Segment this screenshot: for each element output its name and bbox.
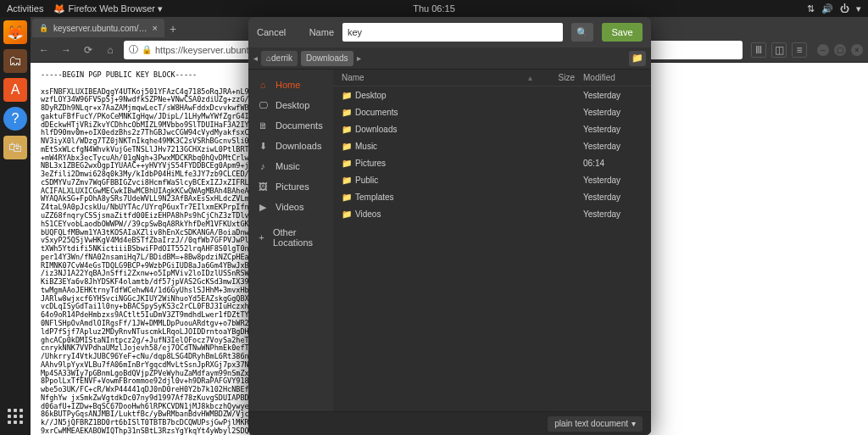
sidebar-item-downloads[interactable]: ⬇Downloads	[248, 136, 333, 156]
file-name: Downloads	[355, 125, 532, 134]
folder-icon: ⌂	[257, 80, 269, 90]
places-sidebar: ⌂Home🖵Desktop🗎Documents⬇Downloads♪Music🖼…	[248, 70, 333, 411]
folder-icon: 📁	[342, 125, 355, 134]
tab-title: keyserver.ubuntu.com/…	[53, 24, 147, 33]
gnome-topbar: Activities 🦊 Firefox Web Browser ▾ Thu 0…	[0, 0, 868, 17]
sidebar-item-videos[interactable]: ▶Videos	[248, 197, 333, 217]
file-type-selector[interactable]: plain text document ▾	[548, 416, 643, 432]
file-modified: Yesterday	[575, 192, 643, 202]
minimize-button[interactable]: –	[817, 44, 829, 56]
sound-icon[interactable]: 🔊	[821, 3, 833, 14]
file-row[interactable]: 📁DesktopYesterday	[333, 86, 651, 103]
file-row[interactable]: 📁TemplatesYesterday	[333, 188, 651, 205]
folder-icon: 📁	[342, 159, 355, 168]
app-menu[interactable]: 🦊 Firefox Web Browser ▾	[53, 3, 163, 14]
path-folder[interactable]: Downloads	[301, 51, 353, 66]
power-icon[interactable]: ⏻	[840, 3, 849, 14]
folder-icon: 🖵	[257, 100, 269, 110]
chevron-down-icon: ▾	[632, 419, 636, 428]
system-menu-chevron-icon[interactable]: ▾	[856, 3, 861, 14]
dock-help[interactable]: ?	[3, 107, 27, 131]
file-name: Templates	[355, 192, 532, 202]
file-row[interactable]: 📁PublicYesterday	[333, 171, 651, 188]
dock-software[interactable]: A	[3, 78, 27, 102]
file-modified: Yesterday	[575, 125, 643, 134]
file-name: Pictures	[355, 159, 532, 168]
dock-files[interactable]: 🗂	[3, 49, 27, 73]
sidebar-item-other-locations[interactable]: +Other Locations	[248, 227, 333, 248]
file-name: Documents	[355, 108, 532, 117]
file-modified: Yesterday	[575, 209, 643, 219]
file-modified: Yesterday	[575, 142, 643, 151]
dock-amazon[interactable]: 🛍	[3, 136, 27, 159]
path-forward-icon[interactable]: ▸	[357, 53, 361, 63]
activities-button[interactable]: Activities	[7, 3, 43, 14]
search-button[interactable]: 🔍	[571, 23, 593, 42]
menu-icon[interactable]: ≡	[792, 42, 807, 58]
sidebar-item-label: Downloads	[275, 141, 321, 151]
tab-close-icon[interactable]: ×	[153, 23, 158, 33]
sidebar-item-music[interactable]: ♪Music	[248, 156, 333, 176]
folder-icon: ⬇	[257, 141, 269, 152]
sidebar-icon[interactable]: ◫	[771, 42, 787, 58]
filename-input[interactable]	[342, 23, 563, 42]
folder-icon: 🖼	[257, 181, 269, 192]
file-row[interactable]: 📁Pictures06:14	[333, 154, 651, 171]
folder-icon: 📁	[342, 176, 355, 185]
create-folder-button[interactable]: 📁	[629, 51, 646, 66]
file-modified: Yesterday	[575, 108, 643, 117]
browser-tab[interactable]: 🔒 keyserver.ubuntu.com/… ×	[32, 19, 164, 37]
column-name[interactable]: Name	[342, 73, 528, 82]
name-label: Name	[309, 27, 334, 37]
file-row[interactable]: 📁VideosYesterday	[333, 205, 651, 222]
folder-icon: ▶	[257, 202, 269, 213]
cancel-button[interactable]: Cancel	[257, 27, 286, 37]
file-name: Videos	[355, 209, 532, 219]
file-row[interactable]: 📁DocumentsYesterday	[333, 103, 651, 120]
info-icon[interactable]: ⓘ	[129, 43, 138, 56]
save-button[interactable]: Save	[602, 23, 643, 42]
close-button[interactable]: ×	[851, 44, 863, 56]
sidebar-item-desktop[interactable]: 🖵Desktop	[248, 95, 333, 115]
ubuntu-dock: 🦊 🗂 A ? 🛍	[0, 17, 31, 435]
dialog-header: Cancel Name 🔍 Save	[248, 17, 651, 47]
path-back-icon[interactable]: ◂	[253, 53, 258, 63]
column-modified[interactable]: Modified	[575, 73, 643, 82]
sidebar-item-documents[interactable]: 🗎Documents	[248, 115, 333, 136]
home-button[interactable]: ⌂	[102, 42, 119, 59]
file-modified: Yesterday	[575, 91, 643, 100]
folder-icon: +	[257, 232, 266, 243]
file-list-header: Name ▴ Size Modified	[333, 70, 651, 86]
file-save-dialog: Cancel Name 🔍 Save ◂ ⌂ derrik Downloads …	[248, 17, 651, 435]
sidebar-item-label: Pictures	[275, 181, 309, 192]
sidebar-item-label: Documents	[275, 120, 323, 131]
network-icon[interactable]: ⇅	[807, 3, 815, 14]
sidebar-item-pictures[interactable]: 🖼Pictures	[248, 176, 333, 197]
file-name: Music	[355, 142, 532, 151]
file-row[interactable]: 📁DownloadsYesterday	[333, 120, 651, 137]
lock-icon: 🔒	[39, 24, 48, 32]
dock-firefox[interactable]: 🦊	[3, 20, 27, 44]
folder-icon: 📁	[342, 209, 355, 219]
library-icon[interactable]: Ⅲ	[751, 42, 766, 58]
maximize-button[interactable]: ▢	[834, 44, 846, 56]
path-home[interactable]: ⌂ derrik	[261, 51, 298, 66]
new-tab-button[interactable]: +	[164, 20, 181, 37]
sidebar-item-label: Home	[275, 80, 300, 90]
file-name: Desktop	[355, 91, 532, 100]
forward-button[interactable]: →	[58, 42, 75, 59]
back-button[interactable]: ←	[36, 42, 53, 59]
folder-icon: 📁	[342, 108, 355, 117]
file-modified: Yesterday	[575, 176, 643, 185]
folder-icon: 📁	[342, 142, 355, 151]
clock[interactable]: Thu 06:15	[413, 3, 455, 14]
sidebar-item-label: Desktop	[275, 100, 309, 110]
file-row[interactable]: 📁MusicYesterday	[333, 137, 651, 154]
file-list: Name ▴ Size Modified 📁DesktopYesterday📁D…	[333, 70, 651, 411]
sidebar-item-home[interactable]: ⌂Home	[248, 75, 333, 95]
sidebar-item-label: Music	[275, 161, 300, 171]
show-applications[interactable]	[3, 404, 27, 428]
file-name: Public	[355, 176, 532, 185]
reload-button[interactable]: ⟳	[80, 42, 97, 59]
column-size[interactable]: Size	[532, 73, 575, 82]
